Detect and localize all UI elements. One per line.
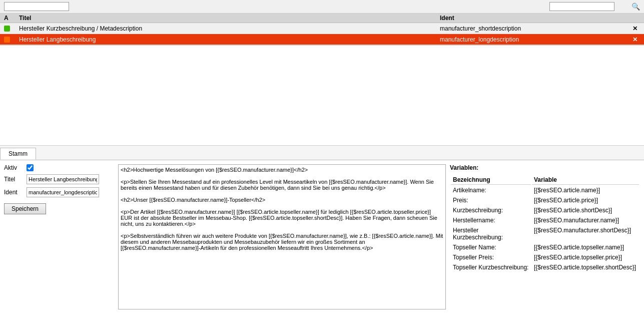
table-row[interactable]: Hersteller Kurzbeschreibung / Metadescri… [0,23,644,34]
form-row-ident: Ident [4,187,114,197]
row-close-1[interactable]: ✕ [630,25,640,32]
save-button[interactable]: Speichern [4,203,46,214]
var-bezeichnung: Preis: [451,196,531,205]
form-left: Aktiv Titel Ident Speichern [4,164,114,309]
ident-input[interactable] [27,187,99,197]
row-status-1 [4,26,19,32]
ident-label: Ident [4,189,27,196]
var-col-variable: Variable [532,175,639,185]
status-dot-green [4,26,10,32]
form-row-aktiv: Aktiv [4,164,114,171]
var-variable: [{$resSEO.manufacturer.shortDesc}] [532,226,639,242]
filter-input-2[interactable] [549,2,614,11]
var-row: Preis:[{$resSEO.article.price}] [451,196,639,205]
variables-title: Variablen: [450,164,640,171]
middle-empty [0,46,644,146]
var-row: Artikelname:[{$resSEO.article.name}] [451,186,639,195]
row-titel-1: Hersteller Kurzbeschreibung / Metadescri… [19,25,440,32]
var-bezeichnung: Hersteller Kurzbeschreibung: [451,226,531,242]
var-variable: [{$resSEO.article.price}] [532,196,639,205]
titel-input[interactable] [27,174,99,184]
col-a: A [4,15,19,22]
var-bezeichnung: Topseller Preis: [451,253,531,262]
row-ident-1: manufacturer_shortdescription [440,25,630,32]
table-header: A Titel Ident [0,14,644,23]
tab-bar: Stamm [0,146,644,160]
var-bezeichnung: Artikelname: [451,186,531,195]
var-bezeichnung: Kurzbeschreibung: [451,206,531,215]
variables-table: Bezeichnung Variable Artikelname:[{$resS… [450,174,640,273]
var-row: Hersteller Kurzbeschreibung:[{$resSEO.ma… [451,226,639,242]
var-row: Topseller Preis:[{$resSEO.article.topsel… [451,253,639,262]
aktiv-label: Aktiv [4,164,27,171]
bottom-section: Stamm Aktiv Titel Ident Speichern Vari [0,146,644,313]
var-bezeichnung: Topseller Kurzbeschreibung: [451,263,531,272]
status-dot-orange [4,37,10,43]
form-row-titel: Titel [4,174,114,184]
var-row: Herstellername:[{$resSEO.manufacturer.na… [451,216,639,225]
aktiv-checkbox[interactable] [27,164,34,171]
col-ident: Ident [440,15,640,22]
content-textarea[interactable] [118,164,446,309]
row-ident-2: manufacturer_longdescription [440,36,630,43]
var-col-bezeichnung: Bezeichnung [451,175,531,185]
var-variable: [{$resSEO.manufacturer.name}] [532,216,639,225]
tab-stamm[interactable]: Stamm [0,148,36,160]
var-variable: [{$resSEO.article.shortDesc}] [532,206,639,215]
var-bezeichnung: Topseller Name: [451,243,531,252]
row-status-2 [4,37,19,43]
search-icon[interactable]: 🔍 [631,3,640,11]
var-row: Topseller Name:[{$resSEO.article.topsell… [451,243,639,252]
var-variable: [{$resSEO.article.topseller.price}] [532,253,639,262]
var-variable: [{$resSEO.article.topseller.shortDesc}] [532,263,639,272]
filter-row: 🔍 [0,0,644,14]
row-titel-2: Hersteller Langbeschreibung [19,36,440,43]
var-variable: [{$resSEO.article.topseller.name}] [532,243,639,252]
table-row-selected[interactable]: Hersteller Langbeschreibung manufacturer… [0,34,644,45]
variables-panel: Variablen: Bezeichnung Variable Artikeln… [450,164,640,309]
var-row: Kurzbeschreibung:[{$resSEO.article.short… [451,206,639,215]
row-close-2[interactable]: ✕ [630,36,640,43]
var-variable: [{$resSEO.article.name}] [532,186,639,195]
form-content: Aktiv Titel Ident Speichern Variablen: [0,160,644,313]
var-bezeichnung: Herstellername: [451,216,531,225]
filter-input-1[interactable] [4,2,69,11]
col-titel: Titel [19,15,440,22]
var-row: Topseller Kurzbeschreibung:[{$resSEO.art… [451,263,639,272]
titel-label: Titel [4,176,27,183]
